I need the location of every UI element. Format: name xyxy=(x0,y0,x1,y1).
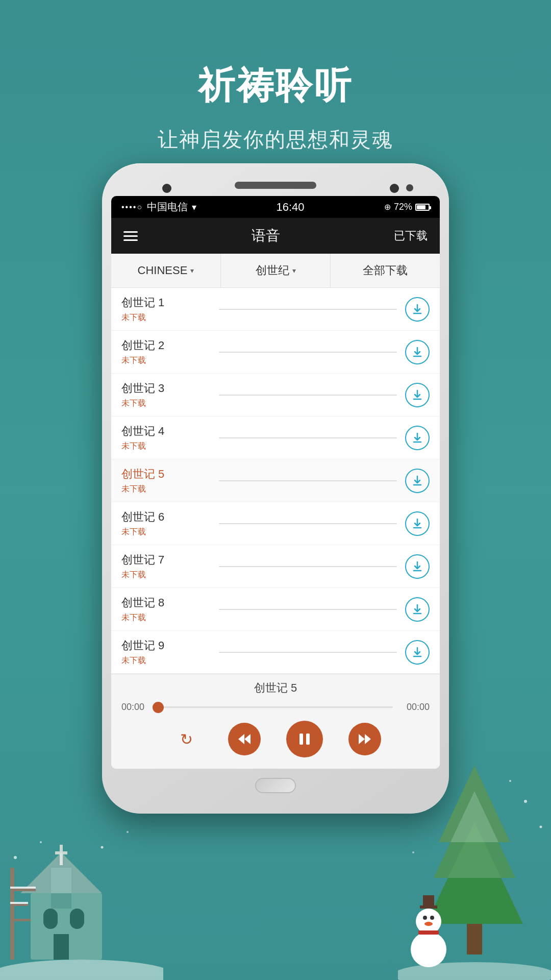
track-progress-bar xyxy=(219,437,397,438)
track-item[interactable]: 创世记 2未下载 xyxy=(111,331,440,374)
download-button[interactable] xyxy=(405,511,430,536)
track-title: 创世记 8 xyxy=(121,595,211,610)
download-button[interactable] xyxy=(405,340,430,364)
location-icon: ⊕ xyxy=(384,202,391,212)
downloaded-filter[interactable]: 已下载 xyxy=(394,228,428,243)
progress-track[interactable] xyxy=(158,706,393,708)
svg-point-59 xyxy=(540,826,542,828)
svg-point-41 xyxy=(127,831,129,833)
app-subtitle: 让神启发你的思想和灵魂 xyxy=(0,126,551,154)
menu-line-1 xyxy=(123,231,138,233)
phone-shell: ••••○ 中国电信 ▾ 16:40 ⊕ 72% xyxy=(102,163,449,814)
pause-icon xyxy=(299,733,310,745)
track-info: 创世记 4未下载 xyxy=(121,424,211,452)
track-item[interactable]: 创世记 3未下载 xyxy=(111,374,440,416)
status-right: ⊕ 72% xyxy=(384,202,430,212)
svg-rect-28 xyxy=(43,909,58,929)
download-all-button[interactable]: 全部下载 xyxy=(331,254,440,287)
language-dropdown-icon: ▾ xyxy=(190,266,194,275)
left-decoration xyxy=(0,766,163,980)
app-header: 语音 已下载 xyxy=(111,218,440,254)
download-icon xyxy=(412,304,423,315)
track-status: 未下载 xyxy=(121,484,211,495)
download-button[interactable] xyxy=(405,640,430,665)
book-label: 创世纪 xyxy=(256,263,289,278)
book-filter[interactable]: 创世纪 ▾ xyxy=(221,254,331,287)
track-info: 创世记 7未下载 xyxy=(121,552,211,580)
track-status: 未下载 xyxy=(121,527,211,537)
download-icon xyxy=(412,647,423,658)
front-camera-left xyxy=(162,184,171,193)
track-status: 未下载 xyxy=(121,312,211,323)
battery-percent: 72% xyxy=(394,202,412,212)
svg-point-38 xyxy=(14,856,17,859)
download-button[interactable] xyxy=(405,426,430,450)
pause-button[interactable] xyxy=(286,721,323,757)
forward-button[interactable] xyxy=(348,723,381,755)
repeat-button[interactable]: ↻ xyxy=(170,723,203,755)
current-track-title: 创世记 5 xyxy=(111,674,440,702)
svg-point-22 xyxy=(0,960,163,980)
download-button[interactable] xyxy=(405,383,430,407)
book-dropdown-icon: ▾ xyxy=(292,266,296,275)
svg-point-51 xyxy=(423,916,427,920)
svg-point-53 xyxy=(424,922,433,926)
track-info: 创世记 3未下载 xyxy=(121,381,211,409)
phone-top-hardware xyxy=(111,173,440,196)
track-status: 未下载 xyxy=(121,570,211,580)
battery-icon xyxy=(415,204,430,211)
track-item[interactable]: 创世记 8未下载 xyxy=(111,588,440,631)
front-camera-right xyxy=(390,184,399,193)
phone-sensor xyxy=(406,184,413,191)
player-controls: ↻ xyxy=(111,713,440,769)
svg-rect-56 xyxy=(418,930,439,935)
pause-bar-right xyxy=(306,733,310,745)
download-button[interactable] xyxy=(405,597,430,622)
track-title: 创世记 7 xyxy=(121,552,211,568)
track-item[interactable]: 创世记 4未下载 xyxy=(111,416,440,459)
track-progress-bar xyxy=(219,523,397,524)
svg-rect-35 xyxy=(10,919,31,921)
download-button[interactable] xyxy=(405,469,430,493)
track-progress-bar xyxy=(219,309,397,310)
svg-point-49 xyxy=(411,932,446,967)
track-info: 创世记 9未下载 xyxy=(121,638,211,666)
track-title: 创世记 5 xyxy=(121,467,211,482)
status-bar: ••••○ 中国电信 ▾ 16:40 ⊕ 72% xyxy=(111,196,440,218)
track-item[interactable]: 创世记 7未下载 xyxy=(111,545,440,588)
track-item[interactable]: 创世记 9未下载 xyxy=(111,631,440,674)
track-info: 创世记 6未下载 xyxy=(121,509,211,537)
track-item[interactable]: 创世记 5未下载 xyxy=(111,459,440,502)
language-filter[interactable]: CHINESE ▾ xyxy=(111,254,221,287)
pause-bar-left xyxy=(299,733,303,745)
download-all-label: 全部下载 xyxy=(363,263,408,278)
svg-rect-30 xyxy=(54,934,69,960)
track-status: 未下载 xyxy=(121,612,211,623)
rewind-button[interactable] xyxy=(228,723,261,755)
track-progress-bar xyxy=(219,352,397,353)
download-icon xyxy=(412,561,423,572)
track-progress-bar xyxy=(219,609,397,610)
track-progress-bar xyxy=(219,652,397,653)
track-title: 创世记 1 xyxy=(121,295,211,310)
menu-button[interactable] xyxy=(123,231,138,241)
track-info: 创世记 2未下载 xyxy=(121,338,211,366)
progress-thumb[interactable] xyxy=(153,702,164,713)
track-info: 创世记 8未下载 xyxy=(121,595,211,623)
svg-point-57 xyxy=(524,800,527,803)
svg-rect-55 xyxy=(423,895,434,906)
player-progress-row: 00:00 00:00 xyxy=(111,702,440,713)
track-item[interactable]: 创世记 6未下载 xyxy=(111,502,440,545)
download-button[interactable] xyxy=(405,297,430,322)
svg-marker-18 xyxy=(238,734,244,744)
signal-dots: ••••○ xyxy=(121,203,143,212)
home-button[interactable] xyxy=(255,778,296,793)
battery-fill xyxy=(417,205,425,209)
svg-rect-32 xyxy=(10,868,14,960)
rewind-icon xyxy=(237,732,252,746)
wifi-icon: ▾ xyxy=(192,202,196,213)
track-info: 创世记 1未下载 xyxy=(121,295,211,323)
forward-icon xyxy=(358,732,372,746)
track-item[interactable]: 创世记 1未下载 xyxy=(111,288,440,331)
download-button[interactable] xyxy=(405,554,430,579)
